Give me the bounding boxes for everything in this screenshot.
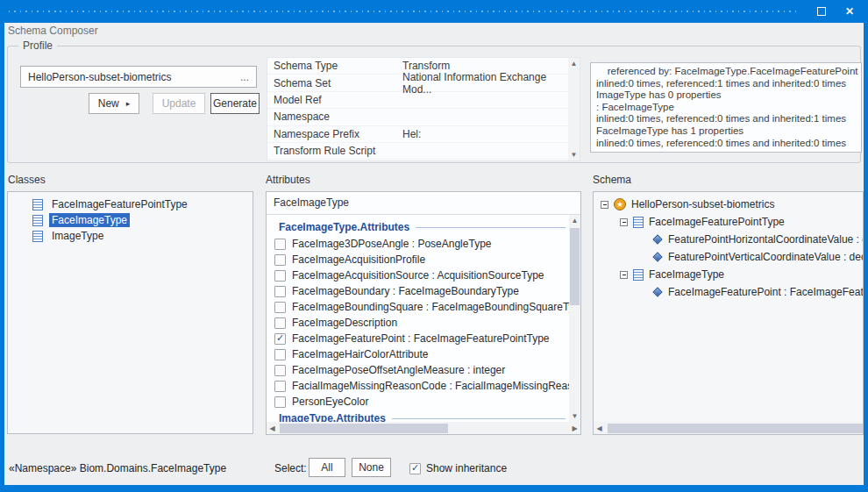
new-button[interactable]: New ▸ [89, 93, 139, 114]
tree-row[interactable]: FaceImageFeaturePoint : FaceImageFeature… [594, 283, 863, 301]
show-inheritance-label: Show inheritance [426, 462, 507, 474]
property-grid-scrollbar[interactable]: ▲ ▼ [568, 58, 580, 160]
attributes-label: Attributes [266, 174, 310, 186]
property-row[interactable]: Namespace [267, 109, 568, 125]
attribute-checkbox[interactable] [274, 317, 286, 329]
show-inheritance-checkbox[interactable] [409, 463, 421, 474]
collapse-expander-icon[interactable] [601, 201, 608, 209]
tree-row[interactable]: FaceImageType [594, 266, 863, 283]
new-dropdown-arrow-icon: ▸ [126, 99, 131, 108]
profile-name-input[interactable]: HelloPerson-subset-biometrics ... [20, 66, 257, 88]
attribute-row[interactable]: FacialImageMissingReasonCode : FacialIma… [267, 378, 569, 394]
class-list-item[interactable]: ImageType [8, 228, 253, 244]
attribute-name: FaceImageBoundary : FaceImageBoundaryTyp… [292, 285, 519, 297]
attribute-name: FaceImageDescription [292, 317, 397, 329]
attribute-row[interactable]: FaceImageDescription [267, 315, 569, 331]
property-label: Namespace Prefix [267, 128, 399, 140]
attribute-name: FaceImageBoundingSquare : FaceImageBound… [292, 301, 569, 313]
property-value: Hel: [399, 128, 568, 140]
property-value: National Information Exchange Mod... [399, 71, 568, 96]
generate-button[interactable]: Generate [210, 93, 260, 114]
scroll-down-icon[interactable]: ▼ [569, 410, 580, 422]
attribute-checkbox[interactable] [274, 239, 286, 250]
attribute-row[interactable]: FaceImageHairColorAttribute [267, 346, 569, 362]
property-row[interactable]: Namespace PrefixHel: [267, 126, 568, 143]
attribute-checkbox[interactable] [274, 286, 286, 297]
tree-row[interactable]: FaceImageFeaturePointType [594, 213, 863, 231]
maximize-button[interactable] [814, 4, 829, 19]
attribute-checkbox[interactable] [274, 254, 286, 266]
select-none-button[interactable]: None [352, 458, 391, 477]
attribute-checkbox[interactable] [274, 333, 286, 345]
class-list-item[interactable]: FaceImageType [8, 212, 253, 228]
info-line: : FaceImageType [596, 102, 856, 114]
attributes-vertical-scrollbar[interactable]: ▲ ▼ [569, 215, 580, 422]
attribute-diamond-icon [652, 287, 662, 296]
attribute-name: FacialImageMissingReasonCode : FacialIma… [292, 380, 569, 392]
class-name: FaceImageType [49, 213, 130, 227]
attribute-row[interactable]: FaceImagePoseOffsetAngleMeasure : intege… [267, 362, 569, 378]
attribute-row[interactable]: PersonEyeColor [267, 394, 569, 410]
attribute-section-header: FaceImageType.Attributes [267, 218, 569, 236]
info-line: inlined:0 times, referenced:0 times and … [596, 113, 856, 125]
property-row[interactable]: Schema SetNational Information Exchange … [267, 75, 568, 91]
property-label: Namespace [267, 111, 399, 123]
class-icon [32, 215, 43, 226]
tree-node-label: FaceImageType [649, 268, 724, 281]
scrollbar-thumb[interactable] [570, 228, 580, 305]
collapse-expander-icon[interactable] [620, 218, 628, 226]
collapse-expander-icon[interactable] [620, 271, 628, 279]
attributes-list: FaceImageType.AttributesFaceImage3DPoseA… [267, 215, 569, 422]
new-button-label: New [98, 97, 119, 110]
tree-node-label: FeaturePointHorizontalCoordinateValue : … [668, 233, 863, 246]
attribute-checkbox[interactable] [274, 365, 286, 376]
title-bar[interactable]: ✕ [0, 0, 868, 23]
namespace-status-text: «Namespace» Biom.Domains.FaceImageType [9, 462, 226, 474]
scroll-down-icon[interactable]: ▼ [568, 149, 580, 160]
info-line: inlined:0 times, referenced:0 times and … [596, 138, 856, 150]
close-button[interactable]: ✕ [842, 4, 857, 19]
tree-row[interactable]: FeaturePointVerticalCoordinateValue : de… [594, 248, 863, 266]
scroll-right-icon[interactable]: ▶ [569, 422, 580, 434]
tree-node-label: FeaturePointVerticalCoordinateValue : de… [668, 251, 863, 263]
attribute-checkbox[interactable] [274, 270, 286, 282]
scrollbar-thumb[interactable] [280, 424, 448, 433]
scroll-left-icon[interactable]: ◀ [594, 422, 605, 434]
scroll-up-icon[interactable]: ▲ [568, 58, 580, 69]
attribute-row[interactable]: FaceImageFeaturePoint : FaceImageFeature… [267, 331, 569, 346]
select-all-button[interactable]: All [309, 458, 345, 477]
attributes-horizontal-scrollbar[interactable]: ◀ ▶ [267, 422, 580, 434]
attribute-checkbox[interactable] [274, 302, 286, 313]
titlebar-grip [9, 11, 796, 12]
schema-tree: HelloPerson-subset-biometricsFaceImageFe… [594, 196, 863, 301]
attribute-name: FaceImageFeaturePoint : FaceImageFeature… [292, 332, 550, 345]
attribute-row[interactable]: FaceImageAcquisitionSource : Acquisition… [267, 267, 569, 283]
attribute-row[interactable]: FaceImageAcquisitionProfile [267, 252, 569, 267]
scrollbar-thumb[interactable] [608, 424, 863, 433]
attributes-panel: FaceImageType FaceImageType.AttributesFa… [266, 191, 581, 435]
class-list-item[interactable]: FaceImageFeaturePointType [8, 196, 253, 212]
generate-button-label: Generate [213, 97, 257, 110]
class-icon [633, 269, 644, 281]
maximize-icon [817, 7, 826, 16]
profile-group: Profile HelloPerson-subset-biometrics ..… [7, 46, 861, 163]
attributes-context-header: FaceImageType [267, 192, 580, 215]
attribute-row[interactable]: FaceImageBoundingSquare : FaceImageBound… [267, 299, 569, 315]
browse-button[interactable]: ... [233, 71, 256, 83]
attribute-checkbox[interactable] [274, 396, 286, 408]
scroll-up-icon[interactable]: ▲ [569, 215, 580, 226]
schema-horizontal-scrollbar[interactable]: ◀ [594, 422, 863, 434]
attribute-row[interactable]: FaceImageBoundary : FaceImageBoundaryTyp… [267, 283, 569, 299]
scroll-left-icon[interactable]: ◀ [267, 422, 278, 434]
attribute-row[interactable]: FaceImage3DPoseAngle : PoseAngleType [267, 236, 569, 252]
tree-row[interactable]: HelloPerson-subset-biometrics [594, 196, 863, 213]
schema-property-rows: Schema TypeTransformSchema SetNational I… [267, 58, 568, 160]
profile-name-value: HelloPerson-subset-biometrics [21, 71, 233, 83]
dialog-content: Schema Composer Profile HelloPerson-subs… [4, 23, 864, 485]
attribute-checkbox[interactable] [274, 381, 286, 392]
property-row[interactable]: Transform Rule Script [267, 143, 568, 160]
attribute-checkbox[interactable] [274, 349, 286, 360]
property-label: Model Ref [267, 94, 399, 106]
update-button[interactable]: Update [153, 93, 205, 114]
tree-row[interactable]: FeaturePointHorizontalCoordinateValue : … [594, 231, 863, 248]
